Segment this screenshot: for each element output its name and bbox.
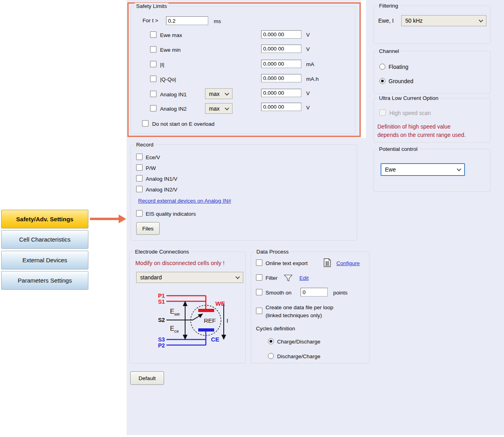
abs-current-checkbox[interactable] <box>150 61 156 67</box>
grounded-radio[interactable] <box>379 78 385 84</box>
chevron-down-icon <box>235 275 240 279</box>
ce-label: CE <box>211 336 219 343</box>
rec-analog-in2-checkbox[interactable] <box>136 186 143 192</box>
for-t-unit: ms <box>214 18 221 25</box>
potential-control-select[interactable]: Ewe <box>381 163 465 176</box>
record-external-devices-link[interactable]: Record external devices on Analog IN# <box>138 197 231 204</box>
annotation-arrow-line <box>90 218 119 220</box>
ewe-max-label: Ewe max <box>160 32 182 39</box>
connection-value: standard <box>140 274 162 281</box>
ece-label: Ece/V <box>146 154 160 161</box>
tab-safety-adv-settings[interactable]: Safety/Adv. Settings <box>1 210 88 228</box>
analog-in1-value[interactable] <box>261 89 301 97</box>
potential-control-value: Ewe <box>385 166 396 173</box>
rec-analog-in1-checkbox[interactable] <box>136 175 143 181</box>
high-speed-scan-checkbox <box>379 109 386 116</box>
file-per-loop-label-line2: (linked techniques only) <box>266 312 322 319</box>
configure-link[interactable]: Configure <box>336 260 360 267</box>
ewe-min-checkbox[interactable] <box>150 46 156 53</box>
tab-external-devices[interactable]: External Devices <box>1 251 88 269</box>
smooth-checkbox[interactable] <box>256 289 262 295</box>
connection-select[interactable]: standard <box>136 272 243 283</box>
ewe-min-value[interactable] <box>261 45 301 53</box>
we-label: WE <box>215 300 225 307</box>
ece-checkbox[interactable] <box>136 154 143 160</box>
tab-parameters-settings[interactable]: Parameters Settings <box>1 271 88 290</box>
export-file-icon <box>323 258 331 267</box>
filtering-select[interactable]: 50 kHz <box>401 15 486 26</box>
electrode-connections-title: Electrode Connections <box>133 248 191 255</box>
p2-label: P2 <box>158 342 165 349</box>
floating-label: Floating <box>389 64 408 70</box>
analog-in2-value[interactable] <box>261 103 301 111</box>
charge-value[interactable] <box>261 74 301 82</box>
edit-link[interactable]: Edit <box>299 275 309 281</box>
s2-label: S2 <box>158 317 165 323</box>
points-label: points <box>333 289 348 296</box>
settings-screen: Safety/Adv. Settings Cell Characteristic… <box>0 0 504 437</box>
charge-label: |Q-Qo| <box>160 76 176 83</box>
no-start-overload-checkbox[interactable] <box>142 120 148 127</box>
default-button[interactable]: Default <box>130 371 164 385</box>
analog-in2-mode-value: max <box>209 105 219 112</box>
eis-quality-checkbox[interactable] <box>136 210 143 217</box>
data-process-title: Data Process <box>255 248 290 255</box>
analog-in2-unit: V <box>306 104 310 111</box>
charge-discharge-label: Charge/Discharge <box>277 338 320 345</box>
online-text-export-checkbox[interactable] <box>256 259 262 266</box>
chevron-down-icon <box>457 167 461 171</box>
charge-checkbox[interactable] <box>150 76 156 82</box>
abs-current-label: |I| <box>160 61 164 68</box>
s1-label: S1 <box>158 298 165 305</box>
ewe-label: Ewe <box>170 308 180 316</box>
electrode-warning: Modify on disconnected cells only ! <box>135 259 225 267</box>
smooth-label: Smooth on <box>266 289 291 296</box>
file-per-loop-label-line1: Create one data file per loop <box>266 304 333 311</box>
analog-in2-label: Analog IN2 <box>160 105 187 112</box>
safety-limits-group: Safety Limits <box>131 6 356 134</box>
record-title: Record <box>135 141 155 148</box>
ewe-max-value[interactable] <box>261 30 301 39</box>
smooth-points-input[interactable] <box>301 288 328 297</box>
filtering-title: Filtering <box>377 2 400 9</box>
p1-label: P1 <box>158 293 165 299</box>
file-per-loop-checkbox[interactable] <box>256 308 262 314</box>
panel-gap <box>361 0 366 138</box>
analog-in2-mode-select[interactable]: max <box>205 103 232 114</box>
pw-checkbox[interactable] <box>136 164 143 171</box>
pw-label: P/W <box>146 165 156 172</box>
charge-discharge-radio[interactable] <box>268 338 274 344</box>
filtering-signals-label: Ewe, I <box>378 18 394 24</box>
ewe-min-unit: V <box>306 46 310 53</box>
arrow-down-icon <box>221 335 226 340</box>
ultra-low-current-title: Ultra Low Current Option <box>377 95 440 101</box>
cycles-definition-label: Cycles definition <box>256 325 295 332</box>
abs-current-value[interactable] <box>261 60 301 68</box>
analog-in1-checkbox[interactable] <box>150 91 156 97</box>
analog-in1-unit: V <box>306 90 310 97</box>
for-t-label: For t > <box>143 17 158 24</box>
discharge-charge-radio[interactable] <box>268 353 274 359</box>
rec-analog-in1-label: Analog IN1/V <box>146 176 178 182</box>
ref-label: REF <box>204 317 216 324</box>
analog-in1-mode-select[interactable]: max <box>205 88 232 99</box>
filter-checkbox[interactable] <box>256 274 262 281</box>
ref-wire <box>166 315 201 320</box>
charge-unit: mA.h <box>306 76 319 82</box>
ewe-min-label: Ewe min <box>160 47 181 53</box>
ewe-max-checkbox[interactable] <box>150 31 156 38</box>
filtering-value: 50 kHz <box>405 18 423 24</box>
online-text-export-label: Online text export <box>266 260 308 267</box>
for-t-input[interactable] <box>166 16 208 25</box>
analog-in2-checkbox[interactable] <box>150 105 156 111</box>
abs-current-unit: mA <box>306 61 314 68</box>
high-speed-scan-label: High speed scan <box>389 110 431 117</box>
we-electrode-bar <box>198 309 214 312</box>
filter-label: Filter <box>266 275 277 281</box>
files-button[interactable]: Files <box>136 222 160 235</box>
ewe-max-unit: V <box>306 31 310 38</box>
chevron-down-icon <box>479 18 483 22</box>
tab-cell-characteristics[interactable]: Cell Characteristics <box>1 230 88 249</box>
analog-in1-label: Analog IN1 <box>160 91 187 98</box>
floating-radio[interactable] <box>379 64 385 70</box>
